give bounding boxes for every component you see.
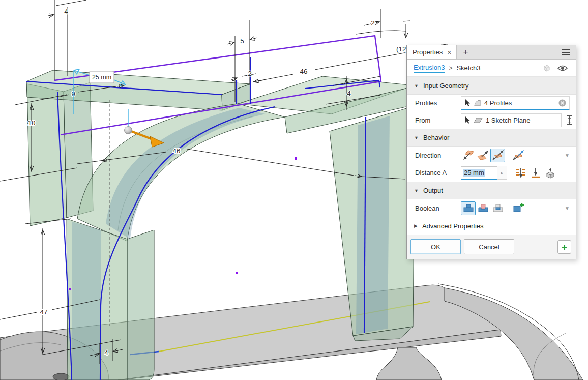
extent-to-face-button[interactable] <box>543 166 557 180</box>
extent-through-all-icon <box>515 167 527 179</box>
boolean-cut-button[interactable] <box>476 201 490 215</box>
direction-asymmetric-icon <box>512 150 524 161</box>
dimension-label: 5 <box>240 37 244 45</box>
direction-default-icon <box>462 150 475 161</box>
section-input-geometry[interactable]: ▼ Input Geometry <box>407 77 576 95</box>
dimension-label: 46 <box>172 147 180 155</box>
collapse-triangle-icon: ▼ <box>414 83 419 89</box>
profiles-field[interactable]: 4 Profiles <box>461 96 570 110</box>
row-from: From 1 Sketch Plane <box>407 111 576 129</box>
boolean-join-icon <box>462 202 475 214</box>
separator <box>508 203 508 213</box>
cursor-icon <box>464 99 471 107</box>
dimension-label: 4 <box>64 8 68 15</box>
new-tab-button[interactable]: + <box>457 45 474 59</box>
flip-measure-button[interactable] <box>566 115 573 125</box>
manipulator-origin-sphere[interactable] <box>125 127 132 134</box>
dimension-label: 10 <box>27 119 35 127</box>
dimension-label: 4 <box>347 90 351 97</box>
collapse-triangle-icon: ▼ <box>414 135 419 140</box>
direction-flip-button[interactable] <box>476 149 490 162</box>
boolean-new-solid-icon <box>512 202 524 214</box>
distance-flyout-button[interactable]: ▸ <box>497 166 507 180</box>
clear-icon[interactable] <box>558 99 566 107</box>
direction-symmetric-button[interactable] <box>490 149 505 162</box>
section-advanced-properties[interactable]: ▶ Advanced Properties <box>407 217 576 235</box>
boolean-label: Boolean <box>415 204 461 212</box>
application-window: 4 5 2 46 2 (12) 4 9 10 46 47 4 25 mm <box>0 0 588 380</box>
cursor-icon <box>464 116 471 124</box>
cancel-button[interactable]: Cancel <box>464 239 514 254</box>
breadcrumb-sketch[interactable]: Sketch3 <box>456 64 480 72</box>
extent-to-face-icon <box>544 167 556 179</box>
panel-menu-button[interactable] <box>556 45 576 59</box>
extent-to-button[interactable] <box>528 166 543 180</box>
dimension-label: 46 <box>300 68 307 75</box>
extent-through-all-button[interactable] <box>513 166 528 180</box>
sketch-plane-icon <box>474 116 483 124</box>
distance-a-input[interactable]: 25 mm <box>461 166 497 180</box>
panel-tab-bar: Properties × + <box>407 45 576 60</box>
profiles-value: 4 Profiles <box>484 99 555 107</box>
dimension-label: 2 <box>248 70 252 77</box>
flip-measure-icon <box>566 115 573 125</box>
dimension-label: 9 <box>71 90 75 98</box>
ok-button[interactable]: OK <box>410 239 461 254</box>
from-value: 1 Sketch Plane <box>486 116 558 124</box>
hamburger-menu-icon <box>562 49 571 56</box>
boolean-intersect-icon <box>492 202 504 214</box>
close-icon[interactable]: × <box>447 49 451 56</box>
row-boolean: Boolean ▼ <box>407 199 576 217</box>
collapse-triangle-icon: ▼ <box>414 188 419 193</box>
extent-to-icon <box>530 167 542 179</box>
eye-icon[interactable] <box>557 65 568 72</box>
add-feature-button[interactable]: + <box>557 240 571 254</box>
section-output[interactable]: ▼ Output <box>407 182 576 199</box>
direction-symmetric-icon <box>492 150 504 161</box>
boolean-join-button[interactable] <box>461 201 476 215</box>
boolean-intersect-button[interactable] <box>490 201 505 215</box>
section-behavior[interactable]: ▼ Behavior <box>407 129 576 147</box>
tab-properties[interactable]: Properties × <box>407 45 457 59</box>
direction-asymmetric-button[interactable] <box>511 149 525 162</box>
row-direction: Direction <box>407 147 576 164</box>
row-profiles: Profiles 4 Profiles <box>407 95 576 111</box>
preview-box-icon[interactable] <box>542 64 551 72</box>
row-distance-a: Distance A 25 mm ▸ <box>407 164 576 182</box>
dimension-label: 4 <box>104 349 108 357</box>
distance-value-label[interactable]: 25 mm <box>90 72 114 83</box>
properties-panel: Properties × + Extrusion3 > Sketch3 ▼ In… <box>406 45 576 259</box>
direction-flip-icon <box>477 150 489 161</box>
distance-a-label: Distance A <box>415 169 461 177</box>
chevron-down-icon[interactable]: ▼ <box>565 206 570 211</box>
chevron-down-icon[interactable]: ▼ <box>565 153 570 158</box>
dimension-label: 2 <box>371 19 375 27</box>
distance-a-value: 25 mm <box>463 169 485 177</box>
breadcrumb-separator: > <box>449 65 452 72</box>
separator <box>508 150 508 160</box>
panel-footer: OK Cancel + <box>407 235 576 259</box>
from-label: From <box>415 116 461 124</box>
profile-icon <box>474 99 481 107</box>
direction-label: Direction <box>415 152 461 159</box>
boolean-new-solid-button[interactable] <box>511 201 525 215</box>
from-field[interactable]: 1 Sketch Plane <box>461 113 562 127</box>
expand-triangle-icon: ▶ <box>414 223 418 228</box>
boolean-cut-icon <box>477 202 489 214</box>
dimension-label: 47 <box>40 308 47 316</box>
direction-default-button[interactable] <box>461 149 476 162</box>
breadcrumb: Extrusion3 > Sketch3 <box>407 60 576 77</box>
svg-text:25 mm: 25 mm <box>92 74 111 81</box>
profiles-label: Profiles <box>415 99 461 107</box>
breadcrumb-feature-link[interactable]: Extrusion3 <box>414 64 445 73</box>
tab-title: Properties <box>413 48 443 56</box>
